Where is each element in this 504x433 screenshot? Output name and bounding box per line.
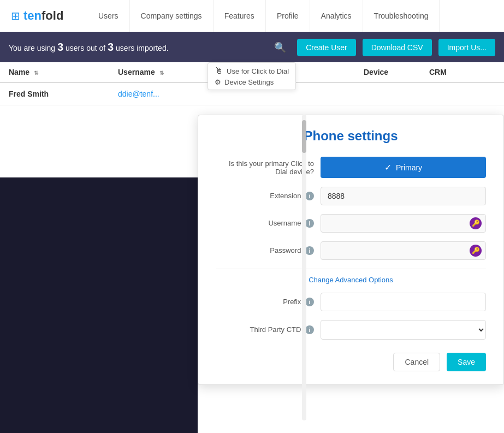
username-label: Username i bbox=[216, 219, 314, 228]
check-icon: ✓ bbox=[384, 162, 392, 173]
scrollbar-track[interactable] bbox=[302, 115, 306, 420]
nav-item-users[interactable]: Users bbox=[87, 0, 130, 32]
col-device-header: Device bbox=[364, 68, 429, 76]
prefix-row: Prefix i bbox=[216, 293, 486, 311]
third-party-row: Third Party CTD i Option 1 Option 2 bbox=[216, 320, 486, 340]
extension-input[interactable] bbox=[321, 187, 486, 205]
logo-icon: ⊞ bbox=[11, 9, 20, 22]
nav-item-profile[interactable]: Profile bbox=[266, 0, 310, 32]
username-input[interactable] bbox=[321, 214, 486, 233]
password-label: Password i bbox=[216, 246, 314, 255]
import-users-button[interactable]: Import Us... bbox=[438, 39, 495, 56]
primary-label: Is this your primary Click to Dial devic… bbox=[216, 159, 314, 176]
user-name-cell: Fred Smith bbox=[9, 90, 118, 98]
third-party-select[interactable]: Option 1 Option 2 bbox=[321, 320, 486, 340]
primary-control: ✓ Primary bbox=[321, 157, 486, 178]
primary-button[interactable]: ✓ Primary bbox=[321, 157, 486, 178]
nav-item-company-settings[interactable]: Company settings bbox=[130, 0, 214, 32]
hand-icon: 🖱 bbox=[215, 66, 223, 76]
user-email-cell: ddie@tenf... bbox=[118, 90, 244, 98]
username-input-wrap: 🔑 bbox=[321, 214, 486, 233]
third-party-info-icon[interactable]: i bbox=[305, 325, 314, 334]
device-tooltip: 🖱 Use for Click to Dial ⚙ Device Setting… bbox=[207, 62, 296, 90]
search-button[interactable]: 🔍 bbox=[270, 39, 290, 56]
nav-item-troubleshooting[interactable]: Troubleshooting bbox=[363, 0, 440, 32]
password-input[interactable] bbox=[321, 241, 486, 260]
primary-row: Is this your primary Click to Dial devic… bbox=[216, 157, 486, 178]
top-nav: ⊞ tenfold Users Company settings Feature… bbox=[0, 0, 504, 32]
extension-control bbox=[321, 187, 486, 205]
create-user-button[interactable]: Create User bbox=[297, 39, 355, 56]
download-csv-button[interactable]: Download CSV bbox=[363, 39, 432, 56]
advanced-options-link[interactable]: Change Advanced Options bbox=[216, 276, 486, 284]
phone-settings-title: Phone settings bbox=[216, 128, 486, 144]
panel-footer: Cancel Save bbox=[216, 348, 486, 371]
scrollbar-thumb[interactable] bbox=[302, 120, 306, 153]
table-header: Name ⇅ Username ⇅ 🖱 Use for Click to Dia… bbox=[0, 62, 504, 83]
tooltip-click-to-dial[interactable]: 🖱 Use for Click to Dial bbox=[215, 66, 289, 76]
advanced-section: Change Advanced Options Prefix i Third P… bbox=[216, 269, 486, 340]
tooltip-device-settings[interactable]: ⚙ Device Settings bbox=[215, 78, 289, 86]
dark-overlay bbox=[0, 177, 198, 433]
username-lock-icon: 🔑 bbox=[470, 217, 482, 229]
nav-item-analytics[interactable]: Analytics bbox=[310, 0, 363, 32]
logo-text: tenfold bbox=[23, 9, 63, 23]
prefix-info-icon[interactable]: i bbox=[305, 298, 314, 306]
phone-settings-panel: Phone settings Is this your primary Clic… bbox=[198, 115, 504, 385]
password-input-wrap: 🔑 bbox=[321, 241, 486, 260]
cancel-button[interactable]: Cancel bbox=[393, 353, 440, 371]
prefix-input[interactable] bbox=[321, 293, 486, 311]
sub-header: You are using 3 users out of 3 users imp… bbox=[0, 32, 504, 62]
username-sort-icon[interactable]: ⇅ bbox=[159, 70, 164, 76]
extension-info-icon[interactable]: i bbox=[305, 192, 314, 200]
sub-header-text: You are using 3 users out of 3 users imp… bbox=[9, 41, 263, 54]
prefix-label: Prefix i bbox=[216, 298, 314, 306]
password-lock-icon: 🔑 bbox=[470, 245, 482, 257]
extension-label: Extension i bbox=[216, 192, 314, 200]
save-button[interactable]: Save bbox=[447, 353, 486, 371]
password-row: Password i 🔑 bbox=[216, 241, 486, 260]
col-crm-header: CRM bbox=[429, 68, 447, 76]
gear-icon: ⚙ bbox=[215, 78, 221, 86]
third-party-label: Third Party CTD i bbox=[216, 325, 314, 334]
nav-item-features[interactable]: Features bbox=[214, 0, 266, 32]
extension-row: Extension i bbox=[216, 187, 486, 205]
username-info-icon[interactable]: i bbox=[305, 219, 314, 228]
password-info-icon[interactable]: i bbox=[305, 246, 314, 255]
password-control: 🔑 bbox=[321, 241, 486, 260]
username-row: Username i 🔑 bbox=[216, 214, 486, 233]
nav-items: Users Company settings Features Profile … bbox=[87, 0, 440, 32]
username-control: 🔑 bbox=[321, 214, 486, 233]
col-name-header: Name ⇅ bbox=[9, 68, 118, 76]
name-sort-icon[interactable]: ⇅ bbox=[34, 70, 38, 76]
logo[interactable]: ⊞ tenfold bbox=[0, 9, 87, 23]
